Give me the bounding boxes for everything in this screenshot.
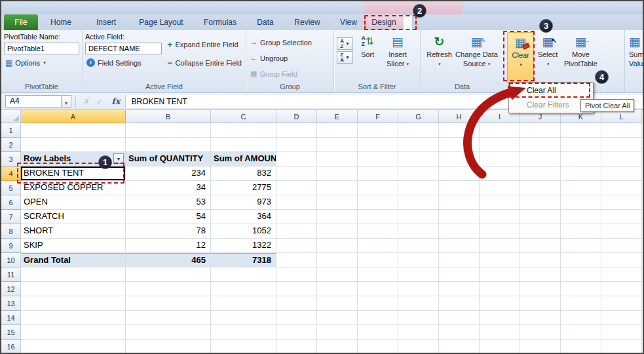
cell-L6[interactable] bbox=[601, 195, 642, 210]
cell-F15[interactable] bbox=[358, 325, 398, 340]
group-selection-button[interactable]: Group Selection bbox=[249, 36, 313, 49]
cell-F10[interactable] bbox=[358, 253, 398, 267]
cell-F3[interactable] bbox=[358, 152, 398, 167]
cell-E2[interactable] bbox=[317, 138, 358, 152]
cell-E6[interactable] bbox=[317, 195, 358, 210]
row-header-12[interactable]: 12 bbox=[1, 282, 21, 296]
cell-L9[interactable] bbox=[601, 239, 642, 253]
row-header-1[interactable]: 1 bbox=[1, 123, 21, 138]
cell-L14[interactable] bbox=[601, 311, 642, 325]
cell-K16[interactable] bbox=[561, 340, 601, 354]
cell-C13[interactable] bbox=[211, 296, 276, 311]
cell-H10[interactable] bbox=[439, 253, 480, 267]
cell-B6[interactable]: 53 bbox=[126, 195, 211, 210]
insert-function-button[interactable]: fx bbox=[111, 96, 120, 106]
row-header-10[interactable]: 10 bbox=[1, 253, 21, 267]
cell-C2[interactable] bbox=[211, 138, 276, 152]
cell-B9[interactable]: 12 bbox=[126, 239, 211, 253]
cell-K15[interactable] bbox=[561, 325, 601, 340]
cell-F16[interactable] bbox=[358, 340, 398, 354]
cell-E8[interactable] bbox=[317, 224, 358, 239]
cell-D5[interactable] bbox=[276, 181, 317, 195]
cell-E13[interactable] bbox=[317, 296, 358, 311]
cell-B2[interactable] bbox=[126, 138, 211, 152]
change-data-source-button[interactable]: Change Data Source bbox=[454, 32, 500, 83]
cell-E3[interactable] bbox=[317, 152, 358, 167]
pivottable-options-button[interactable]: Options bbox=[4, 56, 79, 69]
cell-E16[interactable] bbox=[317, 340, 358, 354]
cell-G7[interactable] bbox=[398, 210, 439, 224]
expand-entire-field-button[interactable]: Expand Entire Field bbox=[166, 38, 243, 50]
cell-E12[interactable] bbox=[317, 282, 358, 296]
cell-D1[interactable] bbox=[276, 123, 317, 138]
cell-L11[interactable] bbox=[601, 267, 642, 282]
cell-I8[interactable] bbox=[480, 224, 520, 239]
insert-slicer-button[interactable]: Insert Slicer bbox=[382, 32, 413, 83]
refresh-button[interactable]: Refresh bbox=[425, 32, 454, 83]
cell-J8[interactable] bbox=[520, 224, 561, 239]
move-pivottable-button[interactable]: Move PivotTable bbox=[561, 32, 600, 83]
column-header-D[interactable]: D bbox=[276, 110, 317, 123]
cell-L10[interactable] bbox=[601, 253, 642, 267]
name-box[interactable]: A4 bbox=[5, 95, 62, 108]
tab-view[interactable]: View bbox=[330, 14, 367, 30]
cell-G8[interactable] bbox=[398, 224, 439, 239]
cell-D12[interactable] bbox=[276, 282, 317, 296]
cell-E1[interactable] bbox=[317, 123, 358, 138]
group-field-button[interactable]: Group Field bbox=[249, 68, 313, 80]
cell-J16[interactable] bbox=[520, 340, 561, 354]
cell-A8[interactable]: SHORT bbox=[21, 224, 126, 239]
cell-F4[interactable] bbox=[358, 167, 398, 181]
cell-B15[interactable] bbox=[126, 325, 211, 340]
cell-D10[interactable] bbox=[276, 253, 317, 267]
field-settings-button[interactable]: Field Settings bbox=[85, 56, 162, 69]
row-header-11[interactable]: 11 bbox=[1, 267, 21, 282]
cell-A10[interactable]: Grand Total bbox=[21, 253, 126, 267]
cell-D13[interactable] bbox=[276, 296, 317, 311]
cell-G14[interactable] bbox=[398, 311, 439, 325]
cell-H15[interactable] bbox=[439, 325, 480, 340]
cell-L3[interactable] bbox=[601, 152, 642, 167]
cell-D7[interactable] bbox=[276, 210, 317, 224]
cell-A15[interactable] bbox=[21, 325, 126, 340]
cell-C7[interactable]: 364 bbox=[211, 210, 276, 224]
cell-J14[interactable] bbox=[520, 311, 561, 325]
cell-I10[interactable] bbox=[480, 253, 520, 267]
cell-L16[interactable] bbox=[601, 340, 642, 354]
cell-G9[interactable] bbox=[398, 239, 439, 253]
row-header-6[interactable]: 6 bbox=[1, 195, 21, 210]
cell-L5[interactable] bbox=[601, 181, 642, 195]
cell-B11[interactable] bbox=[126, 267, 211, 282]
cell-G11[interactable] bbox=[398, 267, 439, 282]
tab-file[interactable]: File bbox=[4, 14, 38, 30]
cell-J10[interactable] bbox=[520, 253, 561, 267]
cell-G4[interactable] bbox=[398, 167, 439, 181]
cell-L8[interactable] bbox=[601, 224, 642, 239]
cell-G6[interactable] bbox=[398, 195, 439, 210]
cell-D9[interactable] bbox=[276, 239, 317, 253]
cell-F5[interactable] bbox=[358, 181, 398, 195]
cell-L13[interactable] bbox=[601, 296, 642, 311]
cell-E5[interactable] bbox=[317, 181, 358, 195]
cell-I12[interactable] bbox=[480, 282, 520, 296]
cell-G15[interactable] bbox=[398, 325, 439, 340]
cell-C14[interactable] bbox=[211, 311, 276, 325]
cell-I11[interactable] bbox=[480, 267, 520, 282]
cell-E15[interactable] bbox=[317, 325, 358, 340]
cell-A6[interactable]: OPEN bbox=[21, 195, 126, 210]
column-header-C[interactable]: C bbox=[211, 110, 276, 123]
cell-C15[interactable] bbox=[211, 325, 276, 340]
tab-insert[interactable]: Insert bbox=[84, 14, 128, 30]
cell-K12[interactable] bbox=[561, 282, 601, 296]
active-field-input[interactable]: DEFECT NAME bbox=[85, 43, 162, 54]
cell-B13[interactable] bbox=[126, 296, 211, 311]
cell-A9[interactable]: SKIP bbox=[21, 239, 126, 253]
cell-F7[interactable] bbox=[358, 210, 398, 224]
row-header-15[interactable]: 15 bbox=[1, 325, 21, 340]
cell-H9[interactable] bbox=[439, 239, 480, 253]
row-header-13[interactable]: 13 bbox=[1, 296, 21, 311]
cell-C1[interactable] bbox=[211, 123, 276, 138]
cell-F6[interactable] bbox=[358, 195, 398, 210]
cell-H13[interactable] bbox=[439, 296, 480, 311]
cell-I14[interactable] bbox=[480, 311, 520, 325]
